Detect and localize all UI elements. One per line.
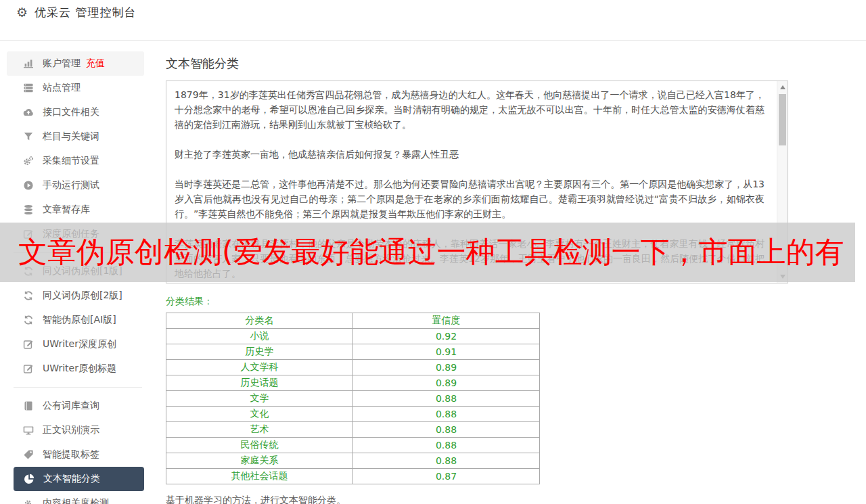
sidebar-item-label: 智能伪原创[AI版] (43, 314, 116, 326)
confidence-cell: 0.88 (353, 438, 540, 453)
sidebar-item-text-classification[interactable]: 文本智能分类 (14, 467, 144, 491)
sidebar-item-label: 手动运行测试 (43, 179, 99, 191)
page-title: 文本智能分类 (166, 55, 788, 72)
funnel-icon (23, 131, 34, 142)
gear-icon: ⚙ (16, 5, 28, 20)
sidebar-item-ai-rewrite[interactable]: 智能伪原创[AI版] (7, 308, 144, 332)
article-paragraph: 当时李莲英还是二总管，这件事他再清楚不过。那么他为何还要冒险向慈禧请求出宫呢？主… (175, 177, 765, 221)
category-cell: 家庭关系 (166, 453, 353, 469)
bar-chart-icon (23, 58, 34, 69)
annotation-band: 文章伪原创检测(爱发最好能通过一种工具检测一下，市面上的有 (0, 223, 855, 282)
sidebar-item-uwriter-deep-original[interactable]: UWriter深度原创 (7, 332, 144, 357)
column-header: 分类名 (166, 313, 353, 329)
category-cell: 民俗传统 (166, 438, 353, 453)
category-cell: 艺术 (166, 422, 353, 438)
category-cell: 小说 (166, 329, 353, 344)
sidebar-item-label: 采集细节设置 (43, 155, 99, 167)
pie-chart-icon (24, 474, 35, 484)
gears-icon (23, 156, 34, 166)
sidebar-item-smart-tag-extraction[interactable]: 智能提取标签 (7, 442, 144, 467)
sidebar-item-synonym-rewrite-v2[interactable]: 同义词伪原创[2版] (7, 283, 144, 308)
sidebar-item-label: 正文识别演示 (43, 424, 99, 436)
sidebar-item-label: 文本智能分类 (43, 473, 100, 485)
sidebar-divider (14, 387, 142, 388)
category-cell: 人文学科 (166, 360, 353, 375)
table-row: 文学0.88 (166, 391, 540, 407)
sidebar-item-manual-run-test[interactable]: 手动运行测试 (7, 173, 144, 198)
sidebar-item-columns-keywords[interactable]: 栏目与关键词 (7, 124, 144, 149)
column-header: 置信度 (353, 313, 540, 329)
sidebar-item-account-management[interactable]: 账户管理充值 (7, 51, 144, 76)
confidence-cell: 0.87 (353, 469, 540, 484)
sidebar-item-label: UWriter原创标题 (43, 363, 116, 375)
sidebar-item-site-management[interactable]: 站点管理 (7, 76, 144, 100)
sidebar-item-label: 接口文件相关 (43, 106, 99, 118)
confidence-cell: 0.88 (353, 407, 540, 422)
category-cell: 历史话题 (166, 375, 353, 391)
table-row: 家庭关系0.88 (166, 453, 540, 469)
sidebar-item-api-files[interactable]: 接口文件相关 (7, 100, 144, 124)
category-cell: 历史学 (166, 344, 353, 360)
sidebar-item-label: 智能提取标签 (43, 449, 99, 461)
sidebar-item-label: 公有词库查询 (43, 400, 99, 412)
database-icon (23, 204, 34, 215)
sidebar-item-uwriter-original-title[interactable]: UWriter原创标题 (7, 357, 144, 381)
sidebar-item-content-relevance-check[interactable]: 内容相关度检测 (7, 491, 144, 504)
app-header: ⚙ 优采云 管理控制台 (0, 0, 866, 41)
confidence-cell: 0.88 (353, 391, 540, 407)
confidence-cell: 0.89 (353, 375, 540, 391)
cloud-upload-icon (23, 107, 34, 118)
gear-search-icon (23, 498, 34, 504)
tag-icon (23, 449, 34, 460)
sidebar-item-article-staging[interactable]: 文章暂存库 (7, 198, 144, 222)
sidebar-item-label: 文章暂存库 (43, 204, 90, 216)
sidebar-item-label: 同义词伪原创[2版] (43, 290, 122, 302)
sidebar-item-label: 栏目与关键词 (43, 131, 99, 143)
table-row: 民俗传统0.88 (166, 438, 540, 453)
scrollbar-thumb[interactable] (779, 94, 786, 145)
sidebar-item-body-extraction-demo[interactable]: 正文识别演示 (7, 418, 144, 442)
table-row: 小说0.92 (166, 329, 540, 344)
refresh-icon (23, 290, 34, 301)
confidence-cell: 0.88 (353, 453, 540, 469)
app-title: 优采云 管理控制台 (35, 5, 136, 20)
confidence-cell: 0.91 (353, 344, 540, 360)
pencil-square-icon (23, 363, 34, 374)
sidebar-item-label: 账户管理 (43, 58, 81, 70)
category-cell: 文学 (166, 391, 353, 407)
footer-note: 基于机器学习的方法，进行文本智能分类。 (166, 495, 788, 504)
monitor-icon (23, 425, 34, 436)
table-row: 历史学0.91 (166, 344, 540, 360)
confidence-cell: 0.89 (353, 360, 540, 375)
table-row: 文化0.88 (166, 407, 540, 422)
refresh-icon (23, 315, 34, 325)
table-row: 人文学科0.89 (166, 360, 540, 375)
article-paragraph: 财主抢了李莲英家一亩地，他成慈禧亲信后如何报复？暴露人性丑恶 (175, 147, 765, 162)
sidebar-item-label: 站点管理 (43, 82, 81, 94)
server-icon (23, 83, 34, 93)
annotation-text: 文章伪原创检测(爱发最好能通过一种工具检测一下，市面上的有 (18, 233, 844, 272)
category-cell: 其他社会话题 (166, 469, 353, 484)
play-circle-icon (23, 180, 34, 191)
confidence-cell: 0.92 (353, 329, 540, 344)
sidebar-item-collection-settings[interactable]: 采集细节设置 (7, 149, 144, 173)
book-icon (23, 400, 34, 411)
sidebar-item-label: UWriter深度原创 (43, 338, 116, 350)
pencil-square-icon (23, 339, 34, 350)
sidebar-item-public-thesaurus-query[interactable]: 公有词库查询 (7, 394, 144, 418)
table-row: 艺术0.88 (166, 422, 540, 438)
scroll-up-arrow-icon[interactable] (780, 85, 785, 89)
result-table: 分类名置信度小说0.92历史学0.91人文学科0.89历史话题0.89文学0.8… (166, 313, 540, 484)
sidebar-item-label: 内容相关度检测 (43, 497, 109, 504)
article-paragraph: 1879年，31岁的李莲英出任储秀宫四品花翎总管，成为慈禧身边的大红人。这年春天… (175, 87, 765, 132)
confidence-cell: 0.88 (353, 422, 540, 438)
table-row: 历史话题0.89 (166, 375, 540, 391)
recharge-badge[interactable]: 充值 (86, 58, 105, 70)
results-label: 分类结果： (166, 294, 788, 308)
category-cell: 文化 (166, 407, 353, 422)
table-row: 其他社会话题0.87 (166, 469, 540, 484)
table-header-row: 分类名置信度 (166, 313, 540, 329)
